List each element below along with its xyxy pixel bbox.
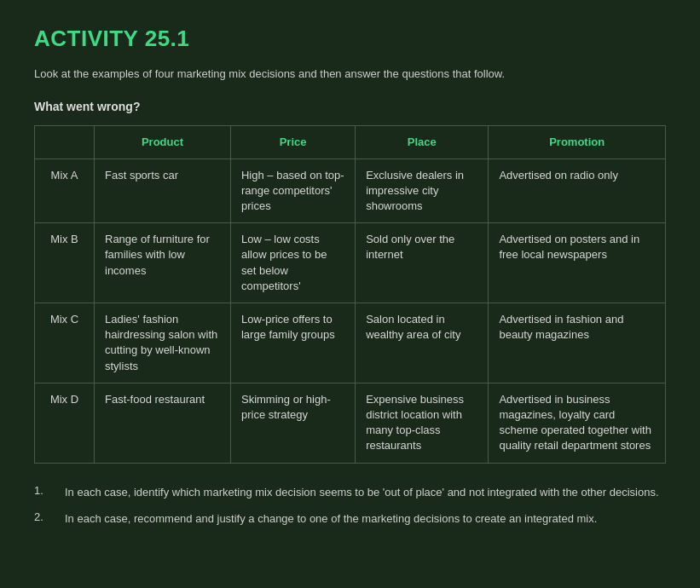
question-text: In each case, identify which marketing m… (65, 484, 659, 501)
header-empty (35, 125, 95, 159)
page-title: ACTIVITY 25.1 (34, 26, 666, 52)
mix-label: Mix C (35, 303, 95, 383)
cell-promotion: Advertised in fashion and beauty magazin… (489, 303, 666, 383)
question-item: 2. In each case, recommend and justify a… (34, 510, 666, 527)
mix-label: Mix D (35, 383, 95, 463)
cell-product: Range of furniture for families with low… (95, 223, 231, 303)
table-row: Mix B Range of furniture for families wi… (35, 223, 666, 303)
cell-product: Fast-food restaurant (95, 383, 231, 463)
cell-place: Exclusive dealers in impressive city sho… (356, 159, 489, 223)
cell-price: Skimming or high-price strategy (230, 383, 355, 463)
cell-place: Expensive business district location wit… (356, 383, 489, 463)
cell-product: Fast sports car (95, 159, 231, 223)
question-number: 2. (34, 510, 51, 523)
cell-price: Low – low costs allow prices to be set b… (230, 223, 355, 303)
cell-price: High – based on top-range competitors' p… (230, 159, 355, 223)
cell-product: Ladies' fashion hairdressing salon with … (95, 303, 231, 383)
table-row: Mix C Ladies' fashion hairdressing salon… (35, 303, 666, 383)
mix-label: Mix B (35, 223, 95, 303)
marketing-mix-table: Product Price Place Promotion Mix A Fast… (34, 125, 666, 464)
questions-section: 1. In each case, identify which marketin… (34, 484, 666, 527)
question-number: 1. (34, 484, 51, 497)
intro-text: Look at the examples of four marketing m… (34, 66, 666, 83)
cell-promotion: Advertised on posters and in free local … (489, 223, 666, 303)
cell-promotion: Advertised on radio only (489, 159, 666, 223)
question-item: 1. In each case, identify which marketin… (34, 484, 666, 501)
table-row: Mix A Fast sports car High – based on to… (35, 159, 666, 223)
cell-place: Salon located in wealthy area of city (356, 303, 489, 383)
header-place: Place (356, 125, 489, 159)
mix-label: Mix A (35, 159, 95, 223)
table-row: Mix D Fast-food restaurant Skimming or h… (35, 383, 666, 463)
question-text: In each case, recommend and justify a ch… (65, 510, 597, 527)
section-heading: What went wrong? (34, 100, 666, 113)
header-product: Product (95, 125, 231, 159)
cell-promotion: Advertised in business magazines, loyalt… (489, 383, 666, 463)
cell-price: Low-price offers to large family groups (230, 303, 355, 383)
header-price: Price (230, 125, 355, 159)
header-promotion: Promotion (489, 125, 666, 159)
cell-place: Sold only over the internet (356, 223, 489, 303)
